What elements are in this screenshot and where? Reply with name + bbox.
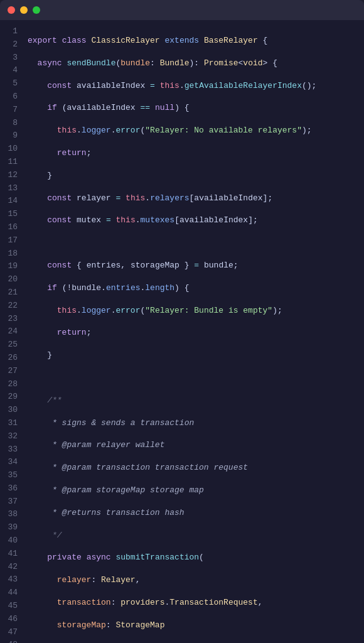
code-line-6: return; [28, 147, 359, 160]
code-line-22: * @returns transaction hash [28, 507, 359, 520]
code-area: 12345 678910 1112131415 1617181920 21222… [0, 20, 364, 643]
code-line-19: * @param relayer wallet [28, 439, 359, 452]
code-line-14: return; [28, 327, 359, 340]
code-line-27: storageMap: StorageMap [28, 619, 359, 632]
code-line-7: } [28, 170, 359, 183]
maximize-button[interactable] [33, 6, 40, 14]
code-line-11: const { entries, storageMap } = bundle; [28, 259, 359, 273]
window: 12345 678910 1112131415 1617181920 21222… [0, 0, 364, 643]
line-numbers: 12345 678910 1112131415 1617181920 21222… [0, 25, 23, 643]
code-line-15: } [28, 349, 359, 362]
code-line-16 [28, 372, 359, 385]
code-line-23: */ [28, 529, 359, 543]
close-button[interactable] [8, 6, 15, 14]
code-line-5: this.logger.error("Relayer: No available… [28, 124, 359, 138]
code-line-8: const relayer = this.relayers[availableI… [28, 192, 359, 205]
code-line-9: const mutex = this.mutexes[availableInde… [28, 214, 359, 227]
code-line-20: * @param transaction transaction request [28, 462, 359, 475]
code-line-1: export class ClassicRelayer extends Base… [28, 35, 359, 48]
code-line-26: transaction: providers.TransactionReques… [28, 597, 359, 610]
code-line-13: this.logger.error("Relayer: Bundle is em… [28, 305, 359, 318]
code-line-21: * @param storageMap storage map [28, 484, 359, 497]
code-line-2: async sendBundle(bundle: Bundle): Promis… [28, 57, 359, 70]
code-line-25: relayer: Relayer, [28, 574, 359, 587]
code-line-4: if (availableIndex == null) { [28, 102, 359, 115]
code-line-18: * signs & sends a transaction [28, 417, 359, 430]
code-line-24: private async submitTransaction( [28, 551, 359, 565]
titlebar [0, 0, 364, 20]
minimize-button[interactable] [20, 6, 28, 14]
code-line-10 [28, 237, 359, 250]
code-line-3: const availableIndex = this.getAvailable… [28, 80, 359, 93]
code-content[interactable]: export class ClassicRelayer extends Base… [23, 25, 364, 643]
code-line-17: /** [28, 394, 359, 408]
code-line-12: if (!bundle.entries.length) { [28, 282, 359, 295]
